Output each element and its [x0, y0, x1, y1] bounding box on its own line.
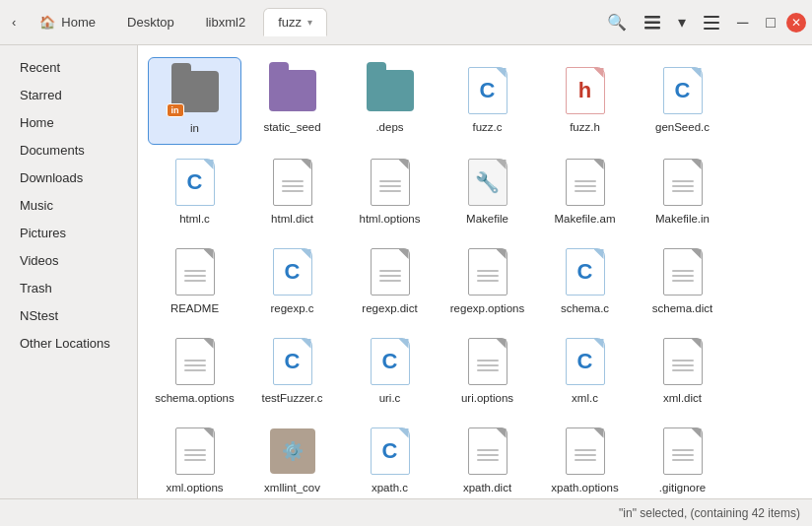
doc-icon-gitignore [663, 427, 703, 475]
file-icon-static-seed [267, 65, 318, 116]
file-label-makefile-in: Makefile.in [655, 212, 710, 227]
file-label-schema-options: schema.options [155, 391, 235, 406]
close-button[interactable]: ✕ [786, 13, 806, 33]
file-label-xml-c: xml.c [572, 391, 598, 406]
file-label-xpath-c: xpath.c [372, 481, 408, 495]
file-item-in[interactable]: in in [148, 57, 241, 145]
sidebar-item-music[interactable]: Music [6, 192, 131, 219]
file-item-makefile-in[interactable]: Makefile.in [636, 149, 729, 234]
file-icon-makefile-am [560, 157, 611, 208]
file-icon-uri-c: C [365, 336, 416, 387]
file-icon-deps [365, 65, 416, 116]
file-item-html-dict[interactable]: html.dict [245, 149, 339, 234]
maximize-button[interactable]: □ [759, 9, 782, 36]
file-item-regexp-dict[interactable]: regexp.dict [343, 238, 437, 324]
file-item-regexp-c[interactable]: C regexp.c [245, 238, 339, 324]
file-item-genseed-c[interactable]: C genSeed.c [636, 57, 729, 145]
tab-fuzz[interactable]: fuzz ▾ [263, 8, 327, 36]
sidebar-item-starred[interactable]: Starred [6, 82, 131, 108]
file-label-html-options: html.options [359, 212, 420, 227]
c-icon-fuzz-c: C [468, 67, 508, 114]
sidebar-item-other-locations[interactable]: Other Locations [6, 330, 131, 357]
file-icon-makefile-in [657, 157, 709, 208]
back-button[interactable]: ‹ [6, 11, 22, 33]
c-icon-html: C [175, 159, 215, 206]
tab-libxml2[interactable]: libxml2 [192, 9, 259, 35]
file-item-testfuzzer-c[interactable]: C testFuzzer.c [245, 328, 339, 414]
doc-icon-schema-dict [663, 248, 703, 296]
tab-desktop[interactable]: Desktop [113, 9, 188, 35]
file-item-xpath-dict[interactable]: xpath.dict [440, 418, 534, 498]
file-icon-schema-c: C [560, 246, 611, 297]
sidebar-item-trash[interactable]: Trash [6, 275, 131, 301]
file-label-xpath-dict: xpath.dict [463, 481, 511, 495]
file-label-xml-dict: xml.dict [663, 391, 702, 406]
c-icon-xpath: C [371, 427, 410, 475]
svg-rect-2 [644, 27, 660, 30]
file-item-schema-options[interactable]: schema.options [148, 328, 241, 414]
file-item-xpath-options[interactable]: xpath.options [538, 418, 632, 498]
svg-rect-4 [704, 22, 719, 24]
file-item-uri-options[interactable]: uri.options [440, 328, 534, 414]
folder-shape-in: in [171, 71, 219, 112]
file-item-fuzz-c[interactable]: C fuzz.c [440, 57, 534, 145]
sort-button[interactable]: ▾ [671, 8, 693, 36]
doc-icon-xpath-dict [468, 427, 508, 475]
sidebar-item-videos[interactable]: Videos [6, 247, 131, 274]
sidebar-item-recent[interactable]: Recent [6, 54, 131, 81]
file-label-uri-options: uri.options [461, 391, 513, 406]
file-icon-makefile: 🔧 [462, 157, 513, 208]
file-item-regexp-options[interactable]: regexp.options [440, 238, 534, 324]
doc-icon-xml-options [175, 427, 215, 475]
file-item-xmllint-cov[interactable]: ⚙️ xmllint_cov [245, 418, 339, 498]
file-item-xml-dict[interactable]: xml.dict [636, 328, 729, 414]
svg-rect-1 [644, 21, 660, 24]
sidebar-item-nstest[interactable]: NStest [6, 302, 131, 329]
c-icon-schema: C [566, 248, 605, 296]
file-item-html-options[interactable]: html.options [343, 149, 437, 234]
file-item-makefile-am[interactable]: Makefile.am [538, 149, 632, 234]
file-item-xpath-c[interactable]: C xpath.c [343, 418, 437, 498]
file-item-html-c[interactable]: C html.c [148, 149, 241, 234]
titlebar: ‹ 🏠 Home Desktop libxml2 fuzz ▾ 🔍 ▾ [0, 0, 812, 45]
list-view-button[interactable] [638, 11, 667, 34]
search-button[interactable]: 🔍 [600, 8, 634, 36]
file-icon-xml-options [169, 426, 221, 477]
sidebar-item-documents[interactable]: Documents [6, 137, 131, 164]
file-icon-fuzz-c: C [462, 65, 513, 116]
svg-rect-0 [644, 16, 660, 19]
folder-shape-static-seed [269, 70, 316, 111]
file-item-gitignore[interactable]: .gitignore [636, 418, 729, 498]
sidebar-item-home[interactable]: Home [6, 109, 131, 136]
file-item-static-seed[interactable]: static_seed [245, 57, 339, 145]
file-item-xml-c[interactable]: C xml.c [538, 328, 632, 414]
sidebar-item-downloads[interactable]: Downloads [6, 164, 131, 191]
file-item-fuzz-h[interactable]: h fuzz.h [538, 57, 632, 145]
toolbar-right: 🔍 ▾ ─ □ ✕ [600, 8, 806, 36]
svg-rect-5 [704, 28, 719, 30]
doc-icon-regexp-options [468, 248, 508, 296]
file-label-deps: .deps [375, 120, 403, 135]
file-item-schema-dict[interactable]: schema.dict [636, 238, 729, 324]
file-label-xpath-options: xpath.options [551, 481, 618, 495]
file-item-uri-c[interactable]: C uri.c [343, 328, 437, 414]
file-icon-xpath-dict [462, 426, 513, 477]
file-item-xml-options[interactable]: xml.options [148, 418, 241, 498]
file-label-gitignore: .gitignore [659, 481, 706, 495]
c-icon-genseed: C [663, 67, 703, 114]
file-item-schema-c[interactable]: C schema.c [538, 238, 632, 324]
c-icon-testfuzzer: C [273, 338, 312, 385]
file-item-readme[interactable]: README [148, 238, 241, 324]
tab-home[interactable]: 🏠 Home [26, 9, 109, 35]
file-item-makefile[interactable]: 🔧 Makefile [440, 149, 534, 234]
home-icon: 🏠 [39, 15, 55, 30]
menu-button[interactable] [697, 11, 726, 34]
file-item-deps[interactable]: .deps [343, 57, 437, 145]
main-area: Recent Starred Home Documents Downloads … [0, 45, 812, 498]
doc-icon-makefile-am [566, 159, 605, 206]
minimize-button[interactable]: ─ [730, 9, 755, 36]
file-icon-uri-options [462, 336, 513, 387]
file-grid: in in static_seed .deps [148, 57, 802, 498]
h-icon-fuzz-h: h [566, 67, 605, 114]
sidebar-item-pictures[interactable]: Pictures [6, 220, 131, 246]
